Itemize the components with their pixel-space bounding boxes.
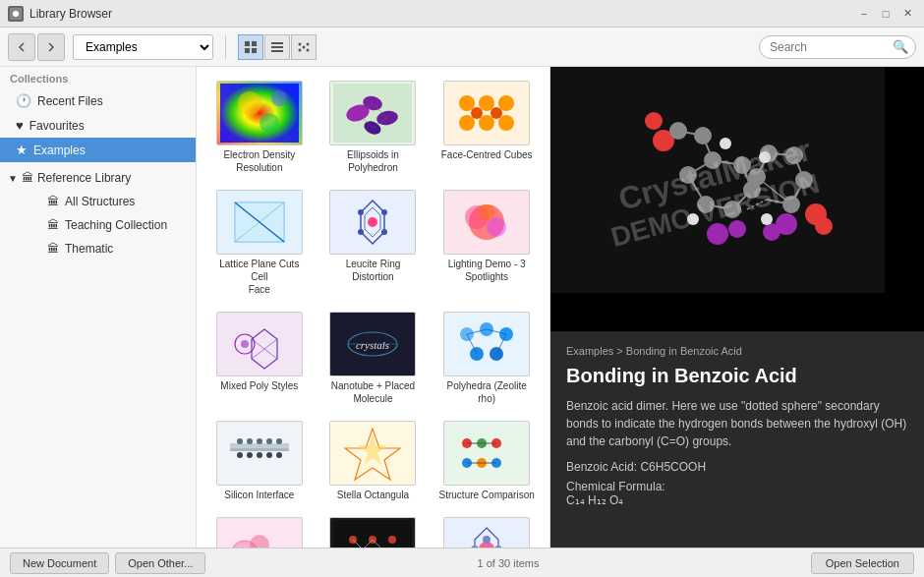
- svg-rect-87: [447, 424, 526, 483]
- label-lighting: Lighting Demo - 3Spotlights: [448, 258, 526, 283]
- arrange-view-button[interactable]: [291, 34, 317, 60]
- grid-item-mixed-poly[interactable]: Mixed Poly Styles: [206, 308, 313, 409]
- grid-item-lattice[interactable]: Lattice Plane Cuts CellFace: [206, 186, 313, 300]
- svg-point-105: [388, 536, 396, 544]
- label-lattice: Lattice Plane Cuts CellFace: [210, 258, 309, 296]
- sidebar-item-teaching[interactable]: 🏛 Teaching Collection: [20, 213, 196, 237]
- open-other-button[interactable]: Open Other...: [115, 552, 205, 574]
- title-bar: Library Browser − □ ✕: [0, 0, 924, 28]
- grid-item-structure[interactable]: Structure Comparison: [433, 417, 540, 505]
- grid-item-leucite[interactable]: Leucite Ring Distortion: [320, 186, 427, 300]
- status-bar: New Document Open Other... 1 of 30 items…: [0, 548, 924, 577]
- svg-point-158: [761, 213, 773, 225]
- thematic-label: Thematic: [65, 242, 113, 256]
- sidebar-reference-library-group: ▼ 🏛 Reference Library 🏛 All Structures 🏛…: [0, 162, 196, 264]
- all-structures-label: All Structures: [65, 195, 135, 208]
- sidebar-item-recent-files[interactable]: 🕐 Recent Files: [0, 88, 196, 113]
- search-wrapper: 🔍: [324, 35, 916, 59]
- svg-text:crystals: crystals: [356, 339, 389, 351]
- sidebar-item-thematic[interactable]: 🏛 Thematic: [20, 237, 196, 260]
- svg-point-15: [238, 91, 261, 115]
- window-title: Library Browser: [29, 7, 112, 21]
- svg-point-155: [776, 213, 797, 235]
- svg-point-27: [498, 95, 514, 111]
- detail-info: Examples > Bonding in Benzoic Acid Bondi…: [550, 331, 924, 548]
- thumb-polyhedra: [443, 312, 530, 376]
- svg-point-50: [479, 204, 494, 220]
- thumb-zeolite: [443, 517, 530, 548]
- svg-point-25: [459, 95, 475, 111]
- new-document-button[interactable]: New Document: [10, 552, 109, 574]
- grid-view-button[interactable]: [238, 34, 263, 60]
- sidebar-item-examples[interactable]: ★ Examples: [0, 138, 196, 162]
- reference-library-label: Reference Library: [37, 171, 131, 185]
- svg-point-78: [276, 438, 282, 444]
- thumb-lighting: [443, 190, 530, 255]
- grid-item-translucent[interactable]: Translucent Unit Cell: [206, 513, 313, 548]
- grid-panel: Electron DensityResolution Ellipsoids in…: [197, 67, 550, 548]
- thumb-mixed-poly: [216, 312, 303, 376]
- grid-item-nanotube[interactable]: crystals Nanotube + PlacedMolecule: [320, 308, 427, 409]
- examples-label: Examples: [33, 144, 86, 157]
- label-leucite: Leucite Ring Distortion: [324, 258, 423, 283]
- nav-buttons: [8, 33, 65, 61]
- svg-point-31: [471, 107, 483, 119]
- svg-point-13: [307, 48, 310, 51]
- svg-point-30: [498, 115, 514, 131]
- svg-point-156: [720, 138, 731, 149]
- separator-1: [225, 35, 226, 59]
- recent-files-label: Recent Files: [37, 94, 103, 108]
- list-view-button[interactable]: [264, 34, 290, 60]
- grid-item-zeolite[interactable]: Zeolite + Benzene: [433, 513, 540, 548]
- star-icon: ★: [16, 143, 28, 157]
- svg-rect-4: [245, 48, 250, 53]
- svg-point-76: [257, 438, 262, 444]
- grid-item-lighting[interactable]: Lighting Demo - 3Spotlights: [433, 186, 540, 300]
- svg-point-83: [276, 452, 282, 458]
- collections-header: Collections: [0, 67, 196, 88]
- thumb-electron-density: [216, 81, 303, 145]
- svg-point-26: [479, 95, 494, 111]
- svg-point-53: [241, 340, 249, 348]
- maximize-button[interactable]: □: [877, 5, 895, 23]
- pillars-icon-1: 🏛: [47, 195, 59, 208]
- collection-dropdown[interactable]: Examples Reference Library Teaching Coll…: [73, 34, 213, 60]
- teaching-collection-label: Teaching Collection: [65, 218, 167, 232]
- grid-item-vector[interactable]: Vector Fantasia: [320, 513, 427, 548]
- view-toggle: [238, 34, 317, 60]
- svg-rect-5: [252, 48, 257, 53]
- svg-rect-72: [230, 448, 289, 451]
- thumb-leucite: [329, 190, 416, 255]
- close-button[interactable]: ✕: [898, 5, 916, 23]
- forward-button[interactable]: [37, 33, 65, 61]
- grid-item-polyhedra[interactable]: Polyhedra (Zeolite rho): [433, 308, 540, 409]
- svg-point-16: [260, 113, 279, 133]
- sidebar-item-reference-library[interactable]: ▼ 🏛 Reference Library: [0, 166, 196, 190]
- svg-rect-24: [447, 84, 526, 143]
- grid-item-silicon[interactable]: Silicon Interface: [206, 417, 313, 505]
- back-button[interactable]: [8, 33, 35, 61]
- svg-point-44: [381, 229, 387, 235]
- grid-item-electron-density[interactable]: Electron DensityResolution: [206, 77, 313, 178]
- svg-point-11: [307, 42, 310, 45]
- detail-benzoic-acid: Benzoic Acid: C6H5COOH: [566, 460, 908, 474]
- svg-point-10: [299, 42, 302, 45]
- grid-item-stella[interactable]: Stella Octangula: [320, 417, 427, 505]
- pillars-icon-3: 🏛: [47, 242, 59, 256]
- label-structure: Structure Comparison: [439, 489, 535, 501]
- detail-chem-formula-label: Chemical Formula: C₁₄ H₁₂ O₄: [566, 480, 908, 507]
- svg-point-151: [815, 217, 833, 235]
- sidebar-item-all-structures[interactable]: 🏛 All Structures: [20, 190, 196, 213]
- minimize-button[interactable]: −: [855, 5, 873, 23]
- grid-item-ellipsoids[interactable]: Ellipsoids in Polyhedron: [320, 77, 427, 178]
- open-selection-button[interactable]: Open Selection: [811, 552, 914, 574]
- thumb-vector: [329, 517, 416, 548]
- sidebar-item-favourites[interactable]: ♥ Favourites: [0, 113, 196, 138]
- svg-point-77: [266, 438, 272, 444]
- label-mixed-poly: Mixed Poly Styles: [220, 379, 298, 392]
- grid-item-face-centred[interactable]: Face-Centred Cubes: [433, 77, 540, 178]
- thumb-lattice: [216, 190, 303, 255]
- label-nanotube: Nanotube + PlacedMolecule: [331, 379, 415, 405]
- sidebar: Collections 🕐 Recent Files ♥ Favourites …: [0, 67, 197, 548]
- main-layout: Collections 🕐 Recent Files ♥ Favourites …: [0, 67, 924, 548]
